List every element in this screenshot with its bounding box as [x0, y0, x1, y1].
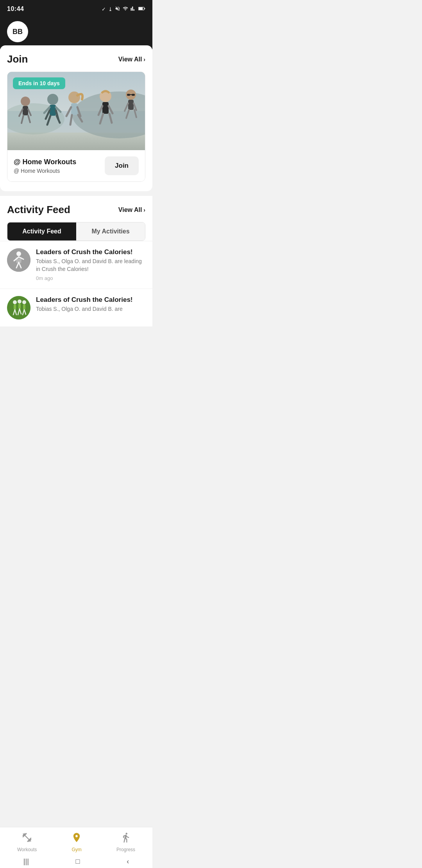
svg-point-37	[21, 97, 30, 106]
feed-items: Leaders of Crush the Calories! Tobias S.…	[0, 241, 152, 326]
challenge-title: @ Home Workouts	[14, 158, 76, 166]
feed-item-1-time: 0m ago	[36, 275, 53, 281]
feed-avatar-1	[7, 248, 30, 272]
tab-activity-feed[interactable]: Activity Feed	[7, 222, 76, 240]
activity-feed-section: Activity Feed View All › Activity Feed M…	[0, 196, 152, 241]
svg-point-50	[13, 300, 17, 304]
challenge-info: @ Home Workouts @ Home Workouts Join	[7, 150, 145, 181]
download-icon: ⤓	[108, 6, 113, 12]
feed-item-2-title: Leaders of Crush the Calories!	[36, 296, 133, 304]
status-icons: ✓ ⤓	[102, 6, 145, 13]
activity-view-all-chevron-icon: ›	[143, 207, 145, 213]
svg-rect-17	[71, 103, 77, 115]
tab-my-activities[interactable]: My Activities	[76, 222, 145, 240]
svg-point-16	[68, 91, 80, 103]
svg-rect-1	[139, 7, 143, 10]
join-title: Join	[7, 53, 28, 65]
feed-text-1: Leaders of Crush the Calories! Tobias S.…	[36, 248, 145, 282]
challenge-card[interactable]: Ends in 10 days @ Home Workouts @ Home W…	[7, 72, 145, 182]
activity-feed-title: Activity Feed	[7, 204, 70, 216]
ends-badge: Ends in 10 days	[13, 77, 65, 89]
join-section-header: Join View All ›	[7, 53, 145, 65]
feed-item-2-description: Tobias S., Olga O. and David B. are	[36, 305, 133, 313]
join-view-all-chevron-icon: ›	[143, 56, 145, 63]
svg-rect-53	[14, 304, 16, 310]
feed-item-2: Leaders of Crush the Calories! Tobias S.…	[0, 289, 152, 326]
svg-rect-32	[128, 100, 134, 110]
svg-rect-23	[102, 102, 109, 114]
feed-item-1-description: Tobias S., Olga O. and David B. are lead…	[36, 258, 145, 273]
status-time: 10:44	[7, 5, 24, 13]
svg-rect-2	[144, 8, 145, 9]
challenge-text: @ Home Workouts @ Home Workouts	[14, 158, 76, 174]
wifi-icon	[123, 6, 128, 13]
mute-icon	[115, 6, 120, 13]
feed-item: Leaders of Crush the Calories! Tobias S.…	[0, 241, 152, 289]
svg-rect-38	[23, 106, 28, 115]
join-button[interactable]: Join	[105, 156, 139, 175]
join-section: Join View All ›	[0, 45, 152, 191]
activity-view-all[interactable]: View All ›	[118, 206, 145, 213]
challenge-subtitle: @ Home Workouts	[14, 168, 76, 174]
svg-point-51	[18, 299, 21, 303]
challenge-image: Ends in 10 days	[7, 72, 145, 150]
svg-rect-54	[18, 303, 21, 309]
battery-icon	[138, 6, 145, 12]
main-content: Join View All ›	[0, 45, 152, 358]
svg-point-44	[16, 251, 21, 256]
join-view-all[interactable]: View All ›	[118, 56, 145, 63]
clipboard-check-icon: ✓	[102, 6, 106, 12]
status-bar: 10:44 ✓ ⤓	[0, 0, 152, 17]
svg-rect-29	[127, 94, 130, 96]
svg-point-8	[47, 94, 58, 105]
svg-rect-55	[23, 304, 25, 310]
feed-item-1-title: Leaders of Crush the Calories!	[36, 248, 145, 256]
activity-tabs: Activity Feed My Activities	[7, 222, 145, 241]
signal-icon	[131, 6, 136, 13]
feed-text-2: Leaders of Crush the Calories! Tobias S.…	[36, 296, 133, 315]
svg-rect-30	[132, 94, 135, 96]
avatar[interactable]: BB	[7, 21, 28, 42]
activity-feed-header: Activity Feed View All ›	[7, 204, 145, 216]
top-bar: BB	[0, 17, 152, 49]
feed-avatar-2	[7, 296, 30, 319]
svg-point-52	[22, 300, 26, 304]
